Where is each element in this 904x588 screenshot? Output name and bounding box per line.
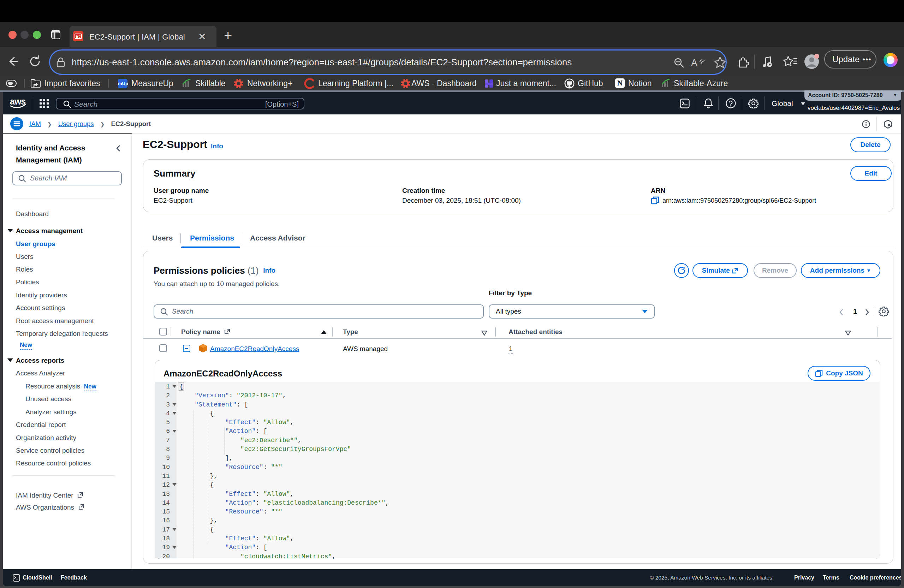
svg-text:aws: aws [10,97,25,106]
svg-text:A: A [691,58,697,68]
